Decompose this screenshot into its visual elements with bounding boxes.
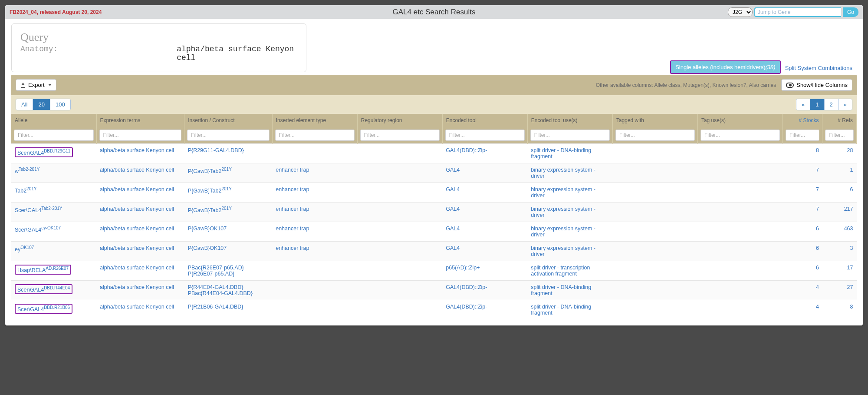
encoded-tool-link[interactable]: GAL4 — [446, 186, 460, 193]
expression-link[interactable]: alpha/beta surface Kenyon cell — [100, 226, 174, 232]
expression-link[interactable]: alpha/beta surface Kenyon cell — [100, 167, 174, 173]
col-refs[interactable]: # Refs — [822, 114, 857, 127]
encoded-tool-link[interactable]: GAL4(DBD)::Zip- — [446, 284, 487, 290]
tool-use-link[interactable]: split driver - DNA-binding fragment — [531, 147, 591, 159]
expression-link[interactable]: alpha/beta surface Kenyon cell — [100, 265, 174, 271]
allele-link[interactable]: Scer\GAL4DBD.R21B06 — [17, 306, 70, 312]
refs-link[interactable]: 8 — [850, 304, 853, 310]
construct-link[interactable]: P{R29G11-GAL4.DBD} — [188, 147, 244, 153]
go-button[interactable]: Go — [843, 7, 858, 17]
element-type-link[interactable]: enhancer trap — [276, 226, 309, 232]
encoded-tool-link[interactable]: GAL4 — [446, 245, 460, 251]
col-encoded-tool[interactable]: Encoded tool — [442, 114, 527, 127]
construct-link[interactable]: P{GawB}Tab2201Y — [188, 207, 232, 213]
tab-split-system[interactable]: Split System Combinations — [781, 62, 857, 74]
tab-single-alleles[interactable]: Single alleles (includes hemidrivers)(38… — [670, 60, 781, 74]
encoded-tool-link[interactable]: GAL4 — [446, 226, 460, 232]
allele-link[interactable]: eyOK107 — [15, 246, 34, 252]
page-next[interactable]: » — [838, 99, 852, 110]
filter-tag-use[interactable] — [700, 129, 780, 141]
stocks-link[interactable]: 7 — [816, 186, 819, 193]
filter-element-type[interactable] — [275, 129, 355, 141]
element-type-link[interactable]: enhancer trap — [276, 245, 309, 251]
refs-link[interactable]: 217 — [844, 206, 853, 212]
filter-tagged-with[interactable] — [615, 129, 695, 141]
construct-link[interactable]: P{R21B06-GAL4.DBD} — [188, 304, 243, 310]
tool-use-link[interactable]: split driver - DNA-binding fragment — [531, 284, 591, 296]
col-tool-use[interactable]: Encoded tool use(s) — [527, 114, 612, 127]
filter-regulatory[interactable] — [360, 129, 440, 141]
col-stocks[interactable]: # Stocks — [783, 114, 822, 127]
encoded-tool-link[interactable]: GAL4(DBD)::Zip- — [446, 304, 487, 310]
allele-link[interactable]: Scer\GAL4Tab2-201Y — [15, 207, 62, 213]
show-hide-columns-button[interactable]: Show/Hide Columns — [781, 79, 852, 91]
expression-link[interactable]: alpha/beta surface Kenyon cell — [100, 186, 174, 193]
expression-link[interactable]: alpha/beta surface Kenyon cell — [100, 147, 174, 153]
stocks-link[interactable]: 6 — [816, 226, 819, 232]
col-allele[interactable]: Allele — [11, 114, 96, 127]
col-tag-use[interactable]: Tag use(s) — [697, 114, 783, 127]
page-size-100[interactable]: 100 — [50, 99, 70, 110]
tool-use-link[interactable]: split driver - DNA-binding fragment — [531, 304, 591, 316]
construct-link[interactable]: P{GawB}Tab2201Y — [188, 188, 232, 194]
page-1[interactable]: 1 — [810, 99, 824, 110]
expression-link[interactable]: alpha/beta surface Kenyon cell — [100, 284, 174, 290]
j2g-select[interactable]: J2G — [728, 7, 753, 17]
filter-tool-use[interactable] — [530, 129, 610, 141]
refs-link[interactable]: 3 — [850, 245, 853, 251]
filter-construct[interactable] — [187, 129, 270, 141]
tool-use-link[interactable]: binary expression system - driver — [531, 245, 595, 257]
refs-link[interactable]: 1 — [850, 167, 853, 173]
allele-link[interactable]: Hsap\RELAAD.R26E07 — [17, 267, 69, 273]
col-regulatory[interactable]: Regulatory region — [357, 114, 442, 127]
jump-to-gene-input[interactable] — [754, 7, 841, 17]
construct-link[interactable]: P{GawB}OK107 — [188, 245, 227, 251]
expression-link[interactable]: alpha/beta surface Kenyon cell — [100, 206, 174, 212]
construct-link[interactable]: P{R26E07-p65.AD} — [188, 271, 235, 277]
col-tagged-with[interactable]: Tagged with — [612, 114, 697, 127]
refs-link[interactable]: 28 — [847, 147, 853, 153]
stocks-link[interactable]: 6 — [816, 265, 819, 271]
element-type-link[interactable]: enhancer trap — [276, 186, 309, 193]
encoded-tool-link[interactable]: GAL4(DBD)::Zip- — [446, 147, 487, 153]
col-element-type[interactable]: Inserted element type — [272, 114, 357, 127]
element-type-link[interactable]: enhancer trap — [276, 206, 309, 212]
refs-link[interactable]: 6 — [850, 186, 853, 193]
allele-link[interactable]: Tab2201Y — [15, 188, 36, 194]
construct-link[interactable]: P{GawB}Tab2201Y — [188, 168, 232, 174]
encoded-tool-link[interactable]: p65(AD)::Zip+ — [446, 265, 480, 271]
construct-link[interactable]: PBac{R26E07-p65.AD} — [188, 265, 244, 271]
allele-link[interactable]: Scer\GAL4ey-OK107 — [15, 227, 61, 233]
filter-encoded-tool[interactable] — [445, 129, 525, 141]
page-size-20[interactable]: 20 — [33, 99, 50, 110]
allele-link[interactable]: wTab2-201Y — [15, 168, 39, 174]
encoded-tool-link[interactable]: GAL4 — [446, 167, 460, 173]
stocks-link[interactable]: 8 — [816, 147, 819, 153]
tool-use-link[interactable]: binary expression system - driver — [531, 167, 595, 179]
expression-link[interactable]: alpha/beta surface Kenyon cell — [100, 245, 174, 251]
stocks-link[interactable]: 7 — [816, 206, 819, 212]
filter-expression[interactable] — [99, 129, 182, 141]
filter-allele[interactable] — [14, 129, 94, 141]
refs-link[interactable]: 17 — [847, 265, 853, 271]
filter-refs[interactable] — [825, 129, 854, 141]
stocks-link[interactable]: 4 — [816, 284, 819, 290]
encoded-tool-link[interactable]: GAL4 — [446, 206, 460, 212]
page-2[interactable]: 2 — [825, 99, 838, 110]
page-prev[interactable]: « — [796, 99, 810, 110]
export-button[interactable]: Export — [16, 79, 56, 91]
col-expression[interactable]: Expression terms — [96, 114, 184, 127]
stocks-link[interactable]: 6 — [816, 245, 819, 251]
element-type-link[interactable]: enhancer trap — [276, 167, 309, 173]
construct-link[interactable]: PBac{R44E04-GAL4.DBD} — [188, 290, 253, 296]
tool-use-link[interactable]: split driver - transcription activation … — [531, 265, 590, 277]
stocks-link[interactable]: 7 — [816, 167, 819, 173]
stocks-link[interactable]: 4 — [816, 304, 819, 310]
col-construct[interactable]: Insertion / Construct — [184, 114, 273, 127]
allele-link[interactable]: Scer\GAL4DBD.R44E04 — [17, 287, 70, 293]
tool-use-link[interactable]: binary expression system - driver — [531, 226, 595, 238]
expression-link[interactable]: alpha/beta surface Kenyon cell — [100, 304, 174, 310]
filter-stocks[interactable] — [786, 129, 819, 141]
construct-link[interactable]: P{GawB}OK107 — [188, 226, 227, 232]
tool-use-link[interactable]: binary expression system - driver — [531, 206, 595, 218]
